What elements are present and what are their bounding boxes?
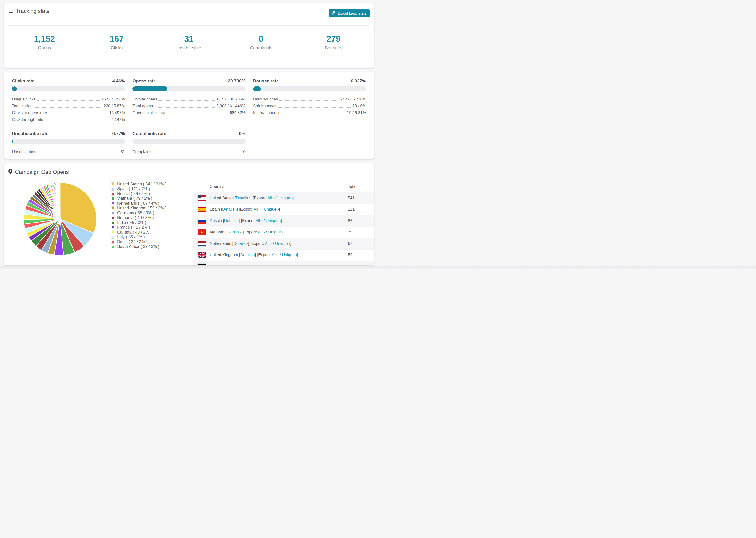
rate-row: Click through rate 4.147% bbox=[12, 115, 125, 122]
export-all-link[interactable]: All › bbox=[267, 196, 274, 200]
export-unique-link[interactable]: Unique › bbox=[264, 207, 279, 211]
progress-bar bbox=[12, 86, 125, 91]
country-cell: United States [Details ›] [Export: All ›… bbox=[210, 196, 294, 200]
details-link[interactable]: Details › bbox=[222, 207, 237, 211]
details-link[interactable]: Details › bbox=[240, 252, 255, 257]
export-all-link[interactable]: All › bbox=[265, 241, 272, 246]
total-cell: 79 bbox=[348, 230, 352, 235]
country-name: Russia bbox=[210, 219, 222, 223]
details-link[interactable]: Details › bbox=[227, 230, 241, 234]
rate-section-title: Clicks rate bbox=[12, 79, 34, 83]
details-link[interactable]: Details › bbox=[236, 196, 250, 200]
rate-row-value: 242 / 86.738% bbox=[340, 97, 366, 102]
table-row-us: United States [Details ›] [Export: All ›… bbox=[193, 192, 374, 204]
legend-swatch bbox=[111, 231, 114, 234]
rate-row-label: Complaints bbox=[133, 149, 152, 154]
legend-item: Canada ( 40 / 2% ) bbox=[111, 230, 166, 235]
rate-row-value: 19 / 6.81% bbox=[347, 111, 366, 115]
rate-section-title: Unsubscribe rate bbox=[12, 131, 48, 136]
progress-fill bbox=[12, 86, 17, 91]
legend-swatch bbox=[111, 187, 114, 190]
page-title: Tracking stats bbox=[16, 8, 49, 14]
rate-row-label: Total clicks bbox=[12, 104, 31, 108]
stat-label: Clicks bbox=[111, 45, 123, 50]
rate-section-bounce-rate: Bounce rate 6.927% Hard bounces 242 / 86… bbox=[253, 79, 366, 122]
rate-row-value: 167 / 4.456% bbox=[101, 97, 125, 102]
rate-row-value: 2,303 / 61.446% bbox=[216, 104, 245, 108]
export-unique-link[interactable]: Unique › bbox=[266, 219, 281, 223]
legend-item: Romania ( 49 / 3% ) bbox=[111, 215, 166, 220]
export-all-link[interactable]: All › bbox=[258, 230, 265, 234]
rate-section-title: Opens rate bbox=[133, 79, 156, 83]
export-unique-link[interactable]: Unique › bbox=[278, 196, 293, 200]
dotted-leader bbox=[48, 114, 108, 114]
legend-item: Vietnam ( 79 / 5% ) bbox=[111, 196, 166, 201]
vn-flag-icon bbox=[198, 229, 206, 235]
progress-fill bbox=[12, 139, 13, 144]
export-icon bbox=[332, 11, 336, 16]
export-all-link[interactable]: All › bbox=[256, 219, 262, 223]
rate-row-label: Unsubscribes bbox=[12, 149, 36, 154]
total-cell: 121 bbox=[348, 207, 354, 212]
rate-row: Complaints 0 bbox=[133, 147, 245, 154]
rate-row-value: 4.147% bbox=[112, 117, 125, 122]
country-name: United States bbox=[210, 196, 234, 200]
legend-label: Italy ( 36 / 2% ) bbox=[117, 235, 145, 240]
export-unique-link[interactable]: Unique › bbox=[275, 241, 290, 246]
rate-row-value: 14.497% bbox=[109, 111, 125, 115]
details-link[interactable]: Details › bbox=[228, 264, 243, 265]
country-cell: Russia [Details ›] [Export: All › / Uniq… bbox=[210, 219, 282, 223]
rate-section-title: Bounce rate bbox=[253, 79, 279, 83]
us-flag-icon bbox=[198, 195, 206, 201]
dotted-leader bbox=[37, 153, 119, 153]
export-all-link[interactable]: All › bbox=[272, 252, 279, 257]
legend-item: Netherlands ( 67 / 4% ) bbox=[111, 201, 166, 206]
export-all-link[interactable]: All › bbox=[260, 264, 267, 265]
legend-item: India ( 46 / 3% ) bbox=[111, 220, 166, 225]
legend-swatch bbox=[111, 240, 114, 243]
geo-pie-chart bbox=[23, 182, 97, 256]
legend-item: Brazil ( 33 / 2% ) bbox=[111, 240, 166, 244]
progress-bar bbox=[12, 139, 125, 144]
export-all-link[interactable]: All › bbox=[253, 207, 260, 211]
legend-label: France ( 42 / 2% ) bbox=[117, 225, 150, 230]
legend-swatch bbox=[111, 206, 114, 210]
country-name: Netherlands bbox=[210, 241, 231, 246]
tracking-stats-header: Tracking stats Export basic stats bbox=[4, 3, 374, 20]
legend-label: United States ( 541 / 31% ) bbox=[117, 182, 166, 187]
export-unique-link[interactable]: Unique › bbox=[268, 230, 283, 234]
legend-label: United Kingdom ( 59 / 3% ) bbox=[117, 206, 166, 211]
rate-row-label: Click through rate bbox=[12, 117, 43, 122]
progress-bar bbox=[133, 86, 245, 91]
dotted-leader bbox=[278, 107, 351, 108]
legend-swatch bbox=[111, 211, 114, 215]
export-unique-link[interactable]: Unique › bbox=[282, 252, 297, 257]
details-link[interactable]: Details › bbox=[233, 241, 248, 246]
export-basic-stats-button[interactable]: Export basic stats bbox=[329, 9, 369, 17]
table-row-es: Spain [Details ›] [Export: All › / Uniqu… bbox=[193, 204, 374, 215]
legend-label: Romania ( 49 / 3% ) bbox=[117, 215, 154, 220]
export-unique-link[interactable]: Unique › bbox=[270, 264, 285, 265]
export-button-label: Export basic stats bbox=[338, 11, 366, 16]
details-link[interactable]: Details › bbox=[224, 219, 239, 223]
stat-value: 31 bbox=[184, 34, 193, 44]
table-row-ru: Russia [Details ›] [Export: All › / Uniq… bbox=[193, 215, 374, 227]
rate-row-value: 18 / 0% bbox=[352, 104, 366, 108]
rate-section-title: Complaints rate bbox=[133, 131, 166, 136]
rate-row-label: Soft bounces bbox=[253, 104, 276, 108]
stat-label: Opens bbox=[38, 45, 51, 50]
summary-stat-unsubscribes: 31Unsubscribes bbox=[153, 26, 225, 59]
geo-opens-header: Campaign Geo Opens bbox=[4, 163, 374, 181]
stat-value: 1,152 bbox=[34, 34, 55, 44]
dotted-leader bbox=[169, 114, 229, 114]
total-cell: 67 bbox=[348, 241, 352, 246]
stat-label: Unsubscribes bbox=[175, 45, 202, 50]
legend-label: India ( 46 / 3% ) bbox=[117, 220, 146, 225]
rate-section-head: Opens rate 30.736% bbox=[133, 79, 245, 83]
dotted-leader bbox=[279, 100, 339, 101]
progress-bar bbox=[253, 86, 366, 91]
legend-item: United Kingdom ( 59 / 3% ) bbox=[111, 206, 166, 211]
legend-label: Vietnam ( 79 / 5% ) bbox=[117, 196, 152, 201]
rate-section-head: Unsubscribe rate 0.77% bbox=[12, 131, 125, 136]
legend-label: Germany ( 55 / 3% ) bbox=[117, 211, 154, 215]
